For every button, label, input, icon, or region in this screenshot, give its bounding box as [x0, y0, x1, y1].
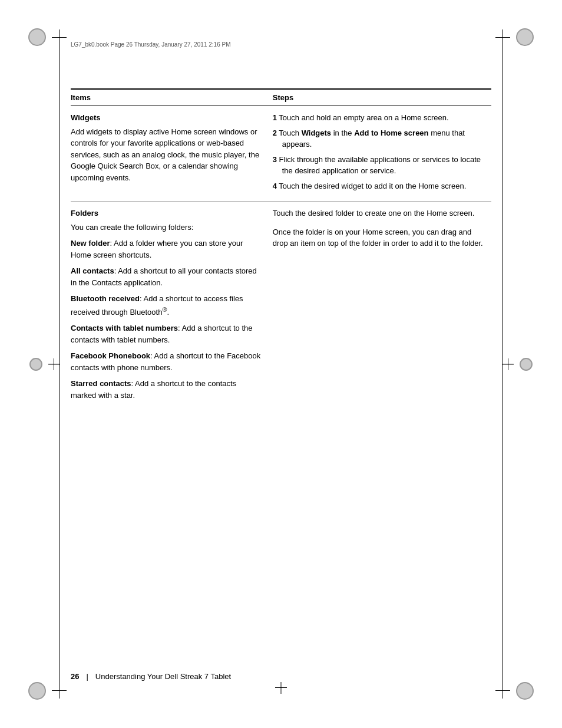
col-steps-header: Steps [273, 89, 491, 106]
widgets-row: Widgets Add widgets to display active Ho… [71, 106, 491, 202]
corner-deco-br [516, 682, 534, 700]
folders-intro: You can create the following folders: [71, 222, 261, 233]
widgets-steps-cell: 1 Touch and hold an empty area on a Home… [273, 106, 491, 202]
widgets-step-3: 3 Flick through the available applicatio… [273, 154, 487, 177]
widgets-heading: Widgets [71, 112, 261, 124]
widgets-items-cell: Widgets Add widgets to display active Ho… [71, 106, 273, 202]
content-table: Items Steps Widgets Add widgets to displ… [71, 88, 491, 407]
folders-steps-cell: Touch the desired folder to create one o… [273, 202, 491, 407]
mid-deco-right [520, 358, 533, 371]
border-left [59, 32, 59, 696]
folders-bluetooth-received: Bluetooth received: Add a shortcut to ac… [71, 293, 261, 318]
footer: 26 | Understanding Your Dell Streak 7 Ta… [71, 672, 491, 681]
header-info: LG7_bk0.book Page 26 Thursday, January 2… [71, 41, 230, 48]
folders-step-2: Once the folder is on your Home screen, … [273, 226, 487, 249]
corner-deco-bl [28, 682, 46, 700]
folders-row: Folders You can create the following fol… [71, 202, 491, 407]
main-content: Items Steps Widgets Add widgets to displ… [71, 88, 491, 640]
page-number: 26 [71, 672, 79, 681]
mid-deco-left [29, 358, 42, 371]
folders-facebook: Facebook Phonebook: Add a shortcut to th… [71, 350, 261, 373]
corner-deco-tr [516, 28, 534, 46]
footer-text: Understanding Your Dell Streak 7 Tablet [95, 672, 231, 681]
cross-bm-v [281, 682, 282, 694]
folders-starred: Starred contacts: Add a shortcut to the … [71, 378, 261, 401]
widgets-step-2: 2 Touch Widgets in the Add to Home scree… [273, 127, 487, 150]
folders-items-cell: Folders You can create the following fol… [71, 202, 273, 407]
cross-ml-v [54, 358, 54, 370]
folders-all-contacts: All contacts: Add a shortcut to all your… [71, 265, 261, 288]
widgets-step-4: 4 Touch the desired widget to add it on … [273, 180, 487, 192]
cross-ml-h [48, 364, 60, 364]
widgets-step-1: 1 Touch and hold an empty area on a Home… [273, 112, 487, 124]
border-right [503, 32, 503, 696]
col-items-header: Items [71, 89, 273, 106]
folders-contacts-tablet: Contacts with tablet numbers: Add a shor… [71, 322, 261, 345]
folders-new-folder: New folder: Add a folder where you can s… [71, 238, 261, 261]
widgets-description: Add widgets to display active Home scree… [71, 127, 259, 182]
cross-mr-v [508, 358, 508, 370]
corner-deco-tl [28, 28, 46, 46]
folders-heading: Folders [71, 207, 261, 219]
widgets-steps-list: 1 Touch and hold an empty area on a Home… [273, 112, 487, 192]
footer-separator: | [86, 672, 88, 681]
folders-step-1: Touch the desired folder to create one o… [273, 207, 487, 219]
